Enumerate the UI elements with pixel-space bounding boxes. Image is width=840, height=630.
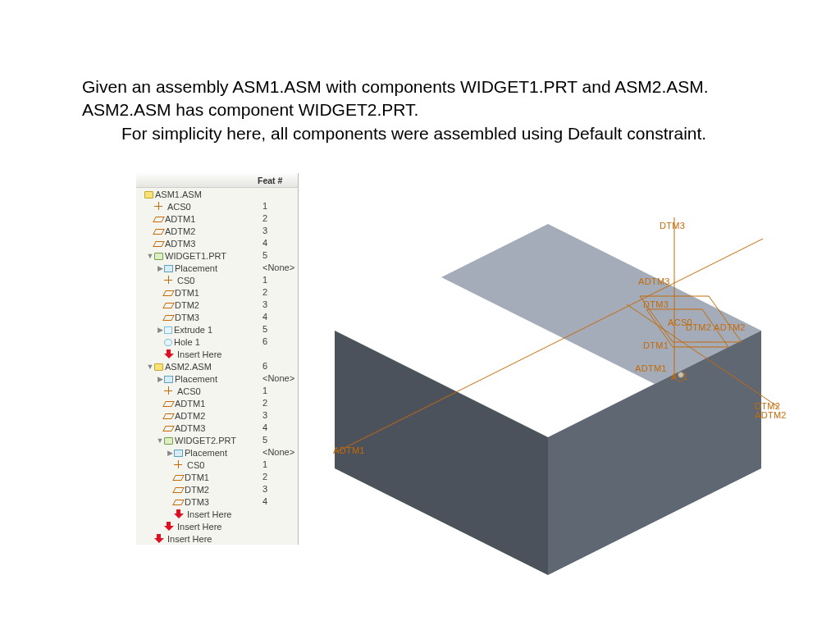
tree-item-label: DTM2 — [185, 484, 209, 495]
tree-row[interactable]: ADTM23 — [136, 225, 298, 237]
feat-number: 5 — [262, 323, 267, 336]
feat-number: 3 — [262, 225, 267, 237]
collapse-icon[interactable]: ▼ — [146, 250, 154, 262]
tree-row[interactable]: ADTM23 — [136, 409, 298, 422]
datum-plane-icon — [172, 487, 185, 493]
datum-plane-icon — [153, 229, 165, 235]
feat-number: 3 — [262, 409, 267, 422]
tree-row[interactable]: ASM1.ASM — [136, 188, 298, 200]
tree-row[interactable]: Hole 16 — [136, 336, 298, 348]
tree-row[interactable]: ▶Extrude 15 — [136, 323, 298, 336]
tree-row[interactable]: ADTM34 — [136, 237, 298, 249]
tree-row[interactable]: ACS01 — [136, 200, 298, 212]
tree-item-label: Insert Here — [187, 509, 231, 520]
expand-icon[interactable]: ▶ — [166, 447, 174, 459]
insert-here-icon — [154, 534, 166, 544]
feat-number: <None> — [262, 372, 294, 385]
tree-row[interactable]: ▶Placement<None> — [136, 372, 298, 385]
datum-label: DTM1 — [643, 340, 669, 350]
tree-item-label: ACS0 — [177, 386, 201, 397]
csys-icon — [174, 460, 185, 470]
tree-row[interactable]: ▼ASM2.ASM6 — [136, 360, 298, 372]
datum-label: ADTM1 — [635, 363, 667, 373]
tree-item-label: CS0 — [177, 275, 194, 286]
datum-plane-icon — [162, 315, 175, 321]
part-icon — [164, 437, 173, 445]
tree-row[interactable]: Insert Here — [136, 532, 298, 545]
tree-row[interactable]: ▼WIDGET2.PRT5 — [136, 434, 298, 446]
model-tree-panel[interactable]: Feat # ASM1.ASMACS01ADTM12ADTM23ADTM34▼W… — [136, 173, 299, 545]
tree-item-label: WIDGET2.PRT — [175, 435, 236, 446]
feat-number: 4 — [262, 311, 267, 323]
tree-row[interactable]: ADTM34 — [136, 422, 298, 434]
datum-label: DTM3 — [660, 221, 685, 231]
tree-row[interactable]: CS01 — [136, 459, 298, 471]
placement-icon — [164, 376, 173, 383]
feat-number: 2 — [262, 286, 267, 299]
csys-icon — [164, 386, 176, 396]
tree-row[interactable]: DTM23 — [136, 299, 298, 311]
tree-item-label: Placement — [175, 262, 217, 274]
tree-row[interactable]: DTM34 — [136, 495, 298, 508]
placement-icon — [164, 265, 173, 272]
collapse-icon[interactable]: ▼ — [156, 435, 164, 446]
tree-item-label: Placement — [185, 447, 227, 459]
expand-icon[interactable]: ▶ — [156, 262, 164, 274]
tree-row[interactable]: DTM12 — [136, 471, 298, 483]
tree-item-label: ADTM1 — [165, 213, 195, 225]
feat-number: <None> — [262, 262, 294, 274]
tree-row[interactable]: DTM34 — [136, 311, 298, 323]
svg-line-1 — [336, 239, 763, 452]
description-text: Given an assembly ASM1.ASM with componen… — [82, 75, 709, 145]
placement-icon — [174, 450, 183, 457]
tree-item-label: ADTM3 — [165, 238, 195, 249]
feat-number: 6 — [262, 360, 267, 372]
tree-item-label: ADTM1 — [175, 398, 205, 409]
tree-row[interactable]: Insert Here — [136, 348, 298, 360]
tree-row[interactable]: Insert Here — [136, 520, 298, 532]
tree-row[interactable]: Insert Here — [136, 508, 298, 520]
datum-label: ADTM2 — [755, 410, 787, 420]
tree-item-label: DTM3 — [185, 496, 209, 508]
expand-icon[interactable]: ▶ — [156, 373, 164, 385]
tree-item-label: ADTM3 — [175, 422, 205, 434]
tree-row[interactable]: ▶Placement<None> — [136, 446, 298, 459]
datum-label: ADTM1 — [333, 445, 365, 455]
tree-row[interactable]: ADTM12 — [136, 397, 298, 409]
tree-row[interactable]: DTM23 — [136, 483, 298, 495]
expand-icon[interactable]: ▶ — [156, 324, 164, 336]
tree-item-label: CS0 — [187, 459, 204, 471]
tree-row[interactable]: CS01 — [136, 274, 298, 286]
feat-number: 5 — [262, 434, 267, 446]
tree-row[interactable]: ▶Placement<None> — [136, 262, 298, 274]
tree-row[interactable]: ADTM12 — [136, 212, 298, 225]
datum-label: DTM3 — [643, 299, 669, 309]
tree-item-label: Insert Here — [177, 521, 221, 532]
tree-row[interactable]: ACS01 — [136, 385, 298, 397]
csys-icon — [154, 202, 166, 212]
tree-item-label: WIDGET1.PRT — [165, 250, 226, 262]
svg-line-2 — [627, 304, 779, 408]
tree-row[interactable]: ▼WIDGET1.PRT5 — [136, 249, 298, 262]
datum-plane-icon — [153, 241, 165, 247]
insert-here-icon — [174, 509, 185, 519]
datum-plane-icon — [172, 475, 185, 481]
tree-item-label: ADTM2 — [165, 226, 195, 237]
feat-number: 2 — [262, 471, 267, 483]
tree-item-label: DTM1 — [185, 472, 209, 483]
hole-icon — [164, 339, 172, 346]
tree-row[interactable]: DTM12 — [136, 286, 298, 299]
feat-number: <None> — [262, 446, 294, 459]
tree-item-label: Hole 1 — [174, 336, 200, 348]
feat-number: 1 — [262, 385, 267, 397]
tree-item-label: DTM1 — [175, 287, 199, 299]
datum-plane-icon — [162, 413, 175, 419]
feat-number: 1 — [262, 459, 267, 471]
3d-viewport[interactable]: DTM3ADTM3DTM3ACS0DTM2ADTM2DTM1ADTM1A_1AD… — [299, 173, 788, 534]
extrude-icon — [164, 326, 172, 334]
caption-line-1: Given an assembly ASM1.ASM with componen… — [82, 75, 709, 98]
collapse-icon[interactable]: ▼ — [146, 361, 154, 372]
part-icon — [154, 253, 163, 260]
tree-item-label: DTM3 — [175, 312, 199, 323]
datum-plane-icon — [172, 500, 185, 505]
